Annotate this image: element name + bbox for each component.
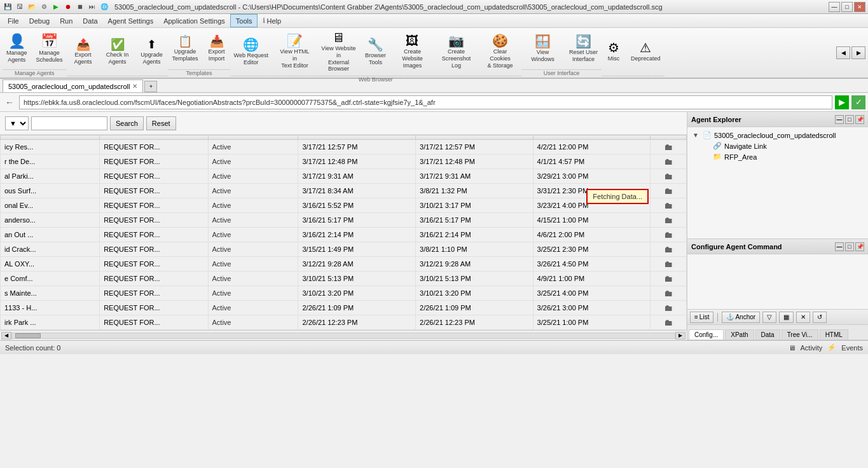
activity-label[interactable]: Activity xyxy=(801,344,823,352)
delete-button[interactable]: ✕ xyxy=(796,312,810,323)
export-import-button[interactable]: 📥 ExportImport xyxy=(203,29,230,68)
create-website-images-button[interactable]: 🖼 Create WebsiteImages xyxy=(391,29,434,74)
misc-button[interactable]: ⚙ Misc xyxy=(602,29,626,74)
open-icon[interactable]: 📂 xyxy=(27,2,37,12)
manage-agents-button[interactable]: 👤 ManageAgents xyxy=(3,29,31,68)
action-cell[interactable]: 🖿 xyxy=(651,198,687,213)
toolbar-nav-right[interactable]: ▶ xyxy=(851,46,865,59)
minimize-button[interactable]: — xyxy=(829,2,840,12)
menu-data[interactable]: Data xyxy=(78,14,102,27)
view-windows-button[interactable]: 🪟 View Windows xyxy=(521,29,564,68)
action-cell[interactable]: 🖿 xyxy=(651,213,687,228)
table-row[interactable]: ous Surf...REQUEST FOR...Active3/17/21 8… xyxy=(1,184,687,198)
tab-data[interactable]: Data xyxy=(755,329,780,340)
action-cell[interactable]: 🖿 xyxy=(651,242,687,257)
table-row[interactable]: onal Ev...REQUEST FOR...Active3/16/21 5:… xyxy=(1,198,687,213)
agent-explorer-pin[interactable]: 📌 xyxy=(855,115,864,124)
back-button[interactable]: ← xyxy=(3,96,17,109)
table-row[interactable]: AL OXY...REQUEST FOR...Active3/12/21 9:2… xyxy=(1,257,687,272)
tab-close-button[interactable]: ✕ xyxy=(132,83,137,90)
grid-view-button[interactable]: ▦ xyxy=(779,312,794,323)
tab-html[interactable]: HTML xyxy=(820,329,848,340)
settings-icon[interactable]: ⚙ xyxy=(39,2,49,12)
action-cell[interactable]: 🖿 xyxy=(651,257,687,272)
action-cell[interactable]: 🖿 xyxy=(651,272,687,286)
tab-config[interactable]: Config... xyxy=(689,329,724,340)
menu-tools[interactable]: Tools xyxy=(230,14,258,27)
grid-scroll-area[interactable]: icy Res...REQUEST FOR...Active3/17/21 12… xyxy=(0,135,687,330)
agent-explorer-minimize[interactable]: — xyxy=(835,115,844,124)
search-input[interactable] xyxy=(31,116,107,130)
add-tab-button[interactable]: + xyxy=(144,81,157,92)
play-icon[interactable]: ▶ xyxy=(51,2,61,12)
stop-icon[interactable]: ⏹ xyxy=(75,2,85,12)
forward-icon[interactable]: ⏭ xyxy=(87,2,97,12)
action-cell[interactable]: 🖿 xyxy=(651,286,687,301)
tree-item-rfp[interactable]: 📁 RFP_Area xyxy=(690,151,865,162)
menu-debug[interactable]: Debug xyxy=(24,14,55,27)
scroll-left-button[interactable]: ◀ xyxy=(1,332,11,340)
table-row[interactable]: id Crack...REQUEST FOR...Active3/15/21 1… xyxy=(1,242,687,257)
check-in-agents-button[interactable]: ✅ Check InAgents xyxy=(101,29,134,74)
record-icon[interactable]: ⏺ xyxy=(63,2,73,12)
action-cell[interactable]: 🖿 xyxy=(651,155,687,169)
reset-user-interface-button[interactable]: 🔄 Reset UserInterface xyxy=(565,29,602,68)
tree-item-root[interactable]: ▼ 📄 53005_oraclecloud_com_updatedscroll xyxy=(690,130,865,141)
scrollbar-thumb[interactable] xyxy=(15,333,41,338)
horizontal-scrollbar[interactable]: ◀ ▶ xyxy=(0,330,687,340)
browser-tools-button[interactable]: 🔧 BrowserTools xyxy=(361,29,390,74)
filter-button[interactable]: ▽ xyxy=(762,312,776,323)
table-row[interactable]: s Mainte...REQUEST FOR...Active3/10/21 3… xyxy=(1,286,687,301)
table-row[interactable]: an Out ...REQUEST FOR...Active3/16/21 2:… xyxy=(1,228,687,242)
table-row[interactable]: icy Res...REQUEST FOR...Active3/17/21 12… xyxy=(1,140,687,155)
tab-tree-view[interactable]: Tree Vi... xyxy=(782,329,818,340)
table-row[interactable]: anderso...REQUEST FOR...Active3/16/21 5:… xyxy=(1,213,687,228)
refresh-button[interactable]: ↺ xyxy=(813,312,827,323)
clear-cookies-storage-button[interactable]: 🍪 Clear Cookies& Storage xyxy=(479,29,521,74)
events-label[interactable]: Events xyxy=(841,344,863,352)
anchor-button[interactable]: ⚓ Anchor xyxy=(722,312,760,323)
table-row[interactable]: irk Park ...REQUEST FOR...Active2/26/21 … xyxy=(1,315,687,330)
search-dropdown[interactable]: ▼ xyxy=(5,116,29,130)
upgrade-templates-button[interactable]: 📋 UpgradeTemplates xyxy=(169,29,202,68)
search-button[interactable]: Search xyxy=(110,116,144,130)
deprecated-button[interactable]: ⚠ Deprecated xyxy=(627,29,665,74)
menu-help[interactable]: ℹ Help xyxy=(258,14,286,27)
reset-button[interactable]: Reset xyxy=(146,116,176,130)
close-button[interactable]: ✕ xyxy=(854,2,865,12)
action-cell[interactable]: 🖿 xyxy=(651,184,687,198)
scrollbar-track[interactable] xyxy=(11,333,675,339)
agent-explorer-maximize[interactable]: □ xyxy=(845,115,854,124)
table-row[interactable]: al Parki...REQUEST FOR...Active3/17/21 9… xyxy=(1,169,687,184)
url-input[interactable] xyxy=(19,95,832,109)
table-row[interactable]: e Comf...REQUEST FOR...Active3/10/21 5:1… xyxy=(1,272,687,286)
main-tab[interactable]: 53005_oraclecloud_com_updatedscroll ✕ xyxy=(3,79,143,92)
save-icon[interactable]: 🖫 xyxy=(15,2,25,12)
toolbar-nav-left[interactable]: ◀ xyxy=(836,46,850,59)
export-agents-button[interactable]: 📤 ExportAgents xyxy=(67,29,100,74)
list-button[interactable]: ≡ List xyxy=(690,312,713,323)
scroll-right-button[interactable]: ▶ xyxy=(675,332,685,340)
configure-maximize[interactable]: □ xyxy=(845,242,854,251)
action-cell[interactable]: 🖿 xyxy=(651,301,687,315)
tree-item-navigate[interactable]: 🔗 Navigate Link xyxy=(690,141,865,151)
url-check-button[interactable]: ✓ xyxy=(851,95,865,109)
configure-minimize[interactable]: — xyxy=(835,242,844,251)
menu-file[interactable]: File xyxy=(3,14,24,27)
action-cell[interactable]: 🖿 xyxy=(651,169,687,184)
menu-agent-settings[interactable]: Agent Settings xyxy=(103,14,159,27)
menu-application-settings[interactable]: Application Settings xyxy=(158,14,230,27)
create-screenshot-log-button[interactable]: 📷 CreateScreenshot Log xyxy=(435,29,478,74)
web-request-editor-button[interactable]: 🌐 Web RequestEditor xyxy=(230,29,272,74)
action-cell[interactable]: 🖿 xyxy=(651,140,687,155)
action-cell[interactable]: 🖿 xyxy=(651,228,687,242)
view-html-text-editor-button[interactable]: 📝 View HTML inText Editor xyxy=(273,29,316,74)
configure-pin[interactable]: 📌 xyxy=(855,242,864,251)
tab-xpath[interactable]: XPath xyxy=(725,329,754,340)
view-website-external-button[interactable]: 🖥 View Website inExternal Browser xyxy=(317,29,360,74)
table-row[interactable]: 1133 - H...REQUEST FOR...Active2/26/21 1… xyxy=(1,301,687,315)
table-row[interactable]: r the De...REQUEST FOR...Active3/17/21 1… xyxy=(1,155,687,169)
upgrade-agents-button[interactable]: ⬆ UpgradeAgents xyxy=(135,29,169,74)
maximize-button[interactable]: □ xyxy=(841,2,853,12)
url-play-button[interactable]: ▶ xyxy=(835,95,849,109)
